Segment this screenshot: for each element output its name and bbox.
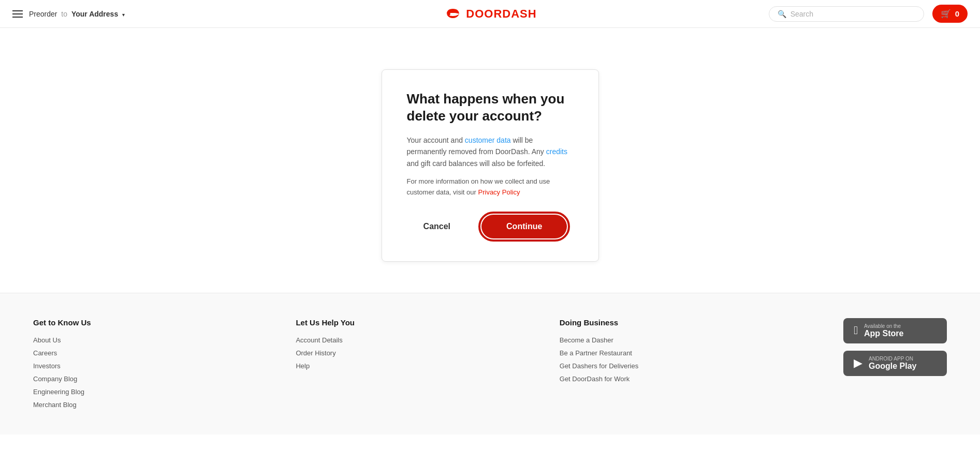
footer-link-help[interactable]: Help xyxy=(296,362,355,370)
preorder-label: Preorder xyxy=(29,10,57,18)
google-play-text: ANDROID APP ON Google Play xyxy=(869,356,916,371)
footer-link-company-blog[interactable]: Company Blog xyxy=(33,375,91,383)
logo-container: DOORDASH xyxy=(443,7,536,21)
google-play-large-text: Google Play xyxy=(869,362,916,371)
footer-link-account-details[interactable]: Account Details xyxy=(296,336,355,344)
to-label: to xyxy=(61,10,67,18)
doordash-logo-text: DOORDASH xyxy=(466,7,536,21)
footer-link-about-us[interactable]: About Us xyxy=(33,336,91,344)
google-play-icon: ▶ xyxy=(854,356,862,370)
doordash-logo-icon xyxy=(443,7,462,21)
preorder-address[interactable]: Preorder to Your Address ▾ xyxy=(29,10,125,18)
header-right: 🔍 Search 🛒 0 xyxy=(769,5,968,23)
continue-button-wrapper: Continue xyxy=(479,213,569,241)
customer-data-link[interactable]: customer data xyxy=(465,136,511,144)
address-dropdown-arrow: ▾ xyxy=(122,12,125,18)
dialog-title: What happens when you delete your accoun… xyxy=(407,91,574,124)
app-store-small-text: Available on the xyxy=(864,323,903,329)
footer-col2-title: Let Us Help You xyxy=(296,318,355,327)
footer-col3-title: Doing Business xyxy=(560,318,638,327)
dialog-body: Your account and customer data will be p… xyxy=(407,134,574,169)
app-store-large-text: App Store xyxy=(864,329,903,338)
footer-link-investors[interactable]: Investors xyxy=(33,362,91,370)
footer-link-careers[interactable]: Careers xyxy=(33,349,91,357)
main-content: What happens when you delete your accoun… xyxy=(0,28,980,293)
search-placeholder: Search xyxy=(791,10,813,18)
search-bar[interactable]: 🔍 Search xyxy=(769,6,924,22)
doordash-logo[interactable]: DOORDASH xyxy=(443,7,536,21)
search-icon: 🔍 xyxy=(778,10,786,18)
apple-icon:  xyxy=(854,324,858,337)
google-play-button[interactable]: ▶ ANDROID APP ON Google Play xyxy=(843,351,947,376)
dialog-body-text: Your account and customer data will be p… xyxy=(407,136,567,168)
footer-link-merchant-blog[interactable]: Merchant Blog xyxy=(33,401,91,409)
cancel-button[interactable]: Cancel xyxy=(411,217,463,236)
dialog-actions: Cancel Continue xyxy=(407,213,574,241)
dialog-privacy: For more information on how we collect a… xyxy=(407,176,574,198)
cart-icon: 🛒 xyxy=(941,9,951,19)
continue-button[interactable]: Continue xyxy=(481,215,567,238)
footer-link-doordash-work[interactable]: Get DoorDash for Work xyxy=(560,375,638,383)
app-store-button[interactable]:  Available on the App Store xyxy=(843,318,947,343)
footer-col-let-us-help: Let Us Help You Account Details Order Hi… xyxy=(296,318,355,375)
footer-col-doing-business: Doing Business Become a Dasher Be a Part… xyxy=(560,318,638,388)
svg-point-0 xyxy=(447,12,450,16)
delete-account-dialog: What happens when you delete your accoun… xyxy=(382,69,599,262)
header-left: Preorder to Your Address ▾ xyxy=(12,10,125,18)
privacy-policy-link[interactable]: Privacy Policy xyxy=(478,188,520,196)
footer-link-become-dasher[interactable]: Become a Dasher xyxy=(560,336,638,344)
cart-button[interactable]: 🛒 0 xyxy=(932,5,968,23)
cart-count: 0 xyxy=(955,9,959,18)
app-download-buttons:  Available on the App Store ▶ ANDROID A… xyxy=(843,318,947,376)
footer-inner: Get to Know Us About Us Careers Investor… xyxy=(33,318,947,414)
address-label: Your Address xyxy=(71,10,118,18)
footer-col-get-to-know-us: Get to Know Us About Us Careers Investor… xyxy=(33,318,91,414)
footer-link-dashers-deliveries[interactable]: Get Dashers for Deliveries xyxy=(560,362,638,370)
footer-link-order-history[interactable]: Order History xyxy=(296,349,355,357)
header: Preorder to Your Address ▾ DOORDASH 🔍 Se… xyxy=(0,0,980,28)
footer-col1-title: Get to Know Us xyxy=(33,318,91,327)
hamburger-menu-icon[interactable] xyxy=(12,10,23,18)
app-store-text: Available on the App Store xyxy=(864,323,903,338)
footer: Get to Know Us About Us Careers Investor… xyxy=(0,293,980,434)
footer-link-partner-restaurant[interactable]: Be a Partner Restaurant xyxy=(560,349,638,357)
google-play-small-text: ANDROID APP ON xyxy=(869,356,916,362)
credits-link[interactable]: credits xyxy=(546,147,567,156)
footer-link-engineering-blog[interactable]: Engineering Blog xyxy=(33,388,91,396)
